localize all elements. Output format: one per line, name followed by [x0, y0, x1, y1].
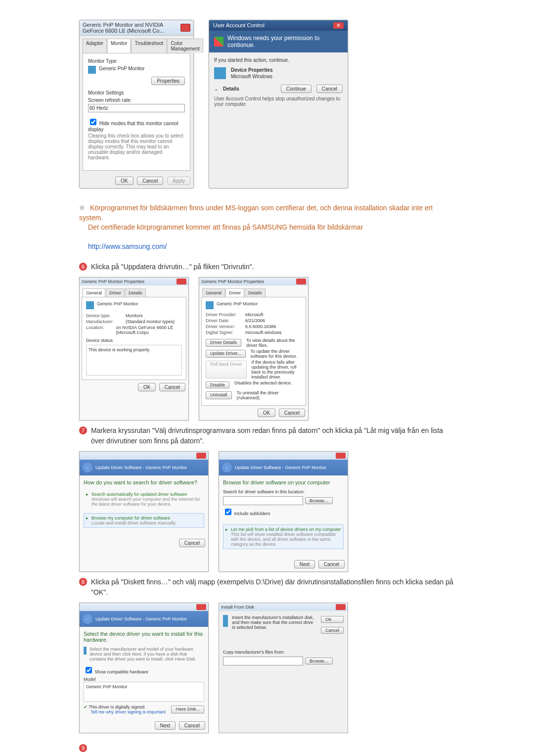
ok-button[interactable]: OK: [138, 383, 156, 391]
wizard-browse-dialog: ←Update Driver Software - Generic PnP Mo…: [219, 451, 348, 572]
list-item[interactable]: Generic PnP Monitor: [86, 684, 127, 689]
tab-general[interactable]: General: [83, 288, 105, 297]
driver-details-button[interactable]: Driver Details: [206, 339, 241, 347]
wizard-heading: Browse for driver software on your compu…: [223, 479, 344, 485]
props-general-dialog: Generic PnP Monitor Properties General D…: [79, 277, 189, 421]
ok-button[interactable]: OK: [258, 409, 275, 417]
close-icon[interactable]: [180, 24, 190, 32]
step8-text: Klicka på "Diskett finns…" och välj mapp…: [91, 577, 455, 598]
monitor-settings-label: Monitor Settings: [88, 90, 185, 95]
cancel-button[interactable]: Cancel: [179, 539, 205, 547]
apply-button[interactable]: Apply: [167, 177, 190, 185]
option-pick-from-list[interactable]: ▸ Let me pick from a list of device driv…: [223, 524, 344, 549]
tab-color[interactable]: Color Management: [167, 39, 203, 53]
close-icon[interactable]: ✕: [333, 22, 344, 29]
tab-driver[interactable]: Driver: [225, 288, 244, 297]
close-icon[interactable]: [196, 453, 206, 459]
cancel-button[interactable]: Cancel: [321, 627, 344, 634]
monitor-icon: [84, 647, 87, 655]
opt2-title: Browse my computer for driver software: [91, 516, 170, 520]
option-auto-search[interactable]: ▸ Search automatically for updated drive…: [84, 489, 204, 509]
date-value: 6/21/2006: [245, 318, 265, 323]
provider-value: Microsoft: [245, 312, 264, 317]
close-icon[interactable]: [336, 604, 346, 610]
cancel-button[interactable]: Cancel: [137, 177, 163, 185]
browse-button[interactable]: Browse...: [305, 658, 333, 664]
back-icon[interactable]: ←: [83, 463, 92, 472]
path-combo[interactable]: [223, 496, 303, 505]
tab-adapter[interactable]: Adapter: [83, 39, 107, 53]
rollback-button[interactable]: Roll Back Driver: [206, 361, 247, 378]
disable-button[interactable]: Disable: [206, 381, 229, 388]
devtype-value: Monitors: [126, 313, 143, 318]
provider-label: Driver Provider:: [206, 312, 240, 317]
cancel-button[interactable]: Cancel: [159, 383, 185, 391]
uninstall-button[interactable]: Uninstall: [206, 391, 232, 399]
desc-disable: Disables the selected device.: [234, 380, 302, 389]
pick-title: Let me pick from a list of device driver…: [231, 527, 341, 532]
close-icon[interactable]: [196, 604, 206, 610]
copy-from-combo[interactable]: [223, 657, 303, 665]
version-label: Driver Version:: [206, 324, 240, 329]
chevron-down-icon[interactable]: ⌄: [214, 86, 218, 92]
model-list[interactable]: Generic PnP Monitor: [84, 682, 204, 702]
browse-button[interactable]: Browse...: [305, 497, 333, 504]
window-title: Generic PnP Monitor Properties: [201, 279, 264, 284]
wizard-heading: Select the device driver you want to ins…: [84, 631, 204, 643]
back-icon[interactable]: ←: [83, 614, 92, 624]
option-browse-computer[interactable]: ▸ Browse my computer for driver software…: [84, 513, 204, 528]
cancel-button[interactable]: Cancel: [316, 85, 343, 93]
refresh-rate-select[interactable]: 60 Hertz: [88, 104, 185, 112]
tab-details[interactable]: Details: [125, 288, 146, 297]
update-driver-button[interactable]: Update Driver...: [206, 350, 246, 358]
close-icon[interactable]: [336, 453, 346, 459]
opt1-desc: Windows will search your computer and th…: [91, 497, 200, 507]
search-label: Search for driver software in this locat…: [223, 489, 344, 494]
cancel-button[interactable]: Cancel: [179, 721, 205, 730]
ok-button[interactable]: OK: [321, 616, 344, 623]
tab-details[interactable]: Details: [245, 288, 266, 297]
continue-button[interactable]: Continue: [281, 85, 312, 93]
tab-driver[interactable]: Driver: [106, 288, 125, 297]
wizard-search-dialog: ←Update Driver Software - Generic PnP Mo…: [79, 451, 209, 572]
props-driver-dialog: Generic PnP Monitor Properties General D…: [199, 277, 309, 421]
devtype-label: Device type:: [86, 313, 121, 318]
uac-permission-text: Windows needs your permission to contion…: [227, 35, 343, 48]
tab-troubleshoot[interactable]: Troubleshoot: [131, 39, 167, 53]
next-button[interactable]: Next: [155, 721, 176, 730]
uac-dialog: User Account Control ✕ Windows needs you…: [209, 20, 348, 189]
model-label: Model: [84, 677, 204, 682]
cancel-button[interactable]: Cancel: [279, 409, 305, 417]
monitor-icon: [88, 66, 96, 74]
show-compat-checkbox[interactable]: [86, 667, 92, 673]
ok-button[interactable]: OK: [115, 177, 133, 185]
breadcrumb: Update Driver Software - Generic PnP Mon…: [95, 465, 187, 470]
copy-from-label: Copy manufacturer's files from:: [223, 650, 344, 655]
next-button[interactable]: Next: [294, 560, 315, 568]
details-toggle[interactable]: Details: [223, 86, 239, 92]
include-subfolders-checkbox[interactable]: [225, 509, 231, 515]
step6-text: Klicka på "Uppdatera drivrutin…" på flik…: [91, 262, 254, 272]
signing-link[interactable]: Tell me why driver signing is important: [90, 709, 166, 714]
back-icon[interactable]: ←: [222, 463, 232, 472]
status-text: This device is working properly.: [87, 345, 181, 354]
hide-modes-checkbox[interactable]: [90, 119, 96, 125]
close-icon[interactable]: [296, 279, 306, 284]
header: Generic PnP Monitor: [97, 301, 138, 309]
window-controls[interactable]: [180, 24, 190, 32]
properties-button[interactable]: Properties: [151, 77, 185, 85]
loc-value: on NVIDIA GeForce 6600 LE (Microsoft Cor…: [116, 325, 182, 335]
shield-icon: [214, 37, 223, 47]
show-compat-label: Show compatible hardware: [95, 669, 149, 674]
breadcrumb: Update Driver Software - Generic PnP Mon…: [95, 616, 187, 621]
close-icon[interactable]: [177, 279, 186, 284]
tab-monitor[interactable]: Monitor: [107, 39, 131, 53]
cancel-button[interactable]: Cancel: [318, 560, 345, 568]
desc-update: To update the driver software for this d…: [251, 349, 302, 359]
have-disk-button[interactable]: Have Disk...: [171, 706, 204, 713]
samsung-link[interactable]: http://www.samsung.com/: [88, 242, 167, 250]
monitor-settings-dialog: Generic PnP Monitor and NVIDIA GeForce 6…: [79, 20, 194, 189]
wizard-heading: How do you want to search for driver sof…: [84, 479, 204, 485]
tab-general[interactable]: General: [202, 288, 225, 297]
uac-titlebar: User Account Control ✕: [209, 20, 348, 31]
